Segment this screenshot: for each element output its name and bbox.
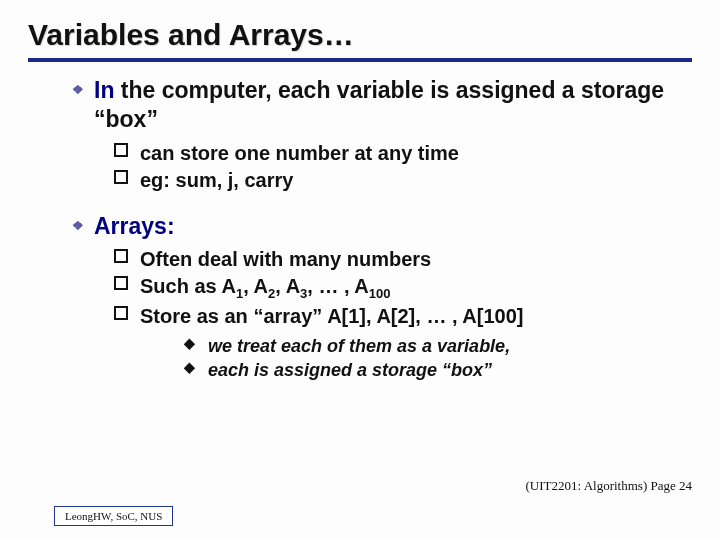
list-item: each is assigned a storage “box” <box>184 358 682 382</box>
list-text: Often deal with many numbers <box>140 248 431 270</box>
list-text: each is assigned a storage “box” <box>208 360 492 380</box>
list-item: eg: sum, j, carry <box>114 167 682 194</box>
slide-content: ❖ In the computer, each variable is assi… <box>28 62 692 382</box>
sublist-variables: can store one number at any time eg: sum… <box>72 140 682 194</box>
slide-title: Variables and Arrays… <box>28 18 692 56</box>
diamond-bullet-icon: ❖ <box>72 82 84 98</box>
list-item: Such as A1, A2, A3, … , A100 <box>114 273 682 303</box>
list-text: can store one number at any time <box>140 142 459 164</box>
footer-page-info: (UIT2201: Algorithms) Page 24 <box>526 478 692 494</box>
diamond-bullet-icon: ❖ <box>72 218 84 234</box>
square-bullet-icon <box>114 143 128 157</box>
sublist-arrays: Often deal with many numbers Such as A1,… <box>72 246 682 382</box>
list-item: we treat each of them as a variable, <box>184 334 682 358</box>
list-item: can store one number at any time <box>114 140 682 167</box>
bullet-arrays: ❖ Arrays: <box>72 212 682 241</box>
square-bullet-icon <box>114 249 128 263</box>
list-text: Store as an “array” A[1], A[2], … , A[10… <box>140 305 523 327</box>
bullet-variables: ❖ In the computer, each variable is assi… <box>72 76 682 134</box>
heading-text: Arrays: <box>94 213 175 239</box>
subsublist: we treat each of them as a variable, eac… <box>114 334 682 383</box>
heading-prefix: In <box>94 77 114 103</box>
square-bullet-icon <box>114 170 128 184</box>
list-item: Store as an “array” A[1], A[2], … , A[10… <box>114 303 682 330</box>
list-text: eg: sum, j, carry <box>140 169 293 191</box>
slide: Variables and Arrays… ❖ In the computer,… <box>0 0 720 382</box>
list-item: Often deal with many numbers <box>114 246 682 273</box>
square-bullet-icon <box>114 306 128 320</box>
footer-author-box: LeongHW, SoC, NUS <box>54 506 173 526</box>
list-text: we treat each of them as a variable, <box>208 336 510 356</box>
list-text: Such as A1, A2, A3, … , A100 <box>140 275 391 297</box>
heading-rest: the computer, each variable is assigned … <box>94 77 664 132</box>
square-bullet-icon <box>114 276 128 290</box>
